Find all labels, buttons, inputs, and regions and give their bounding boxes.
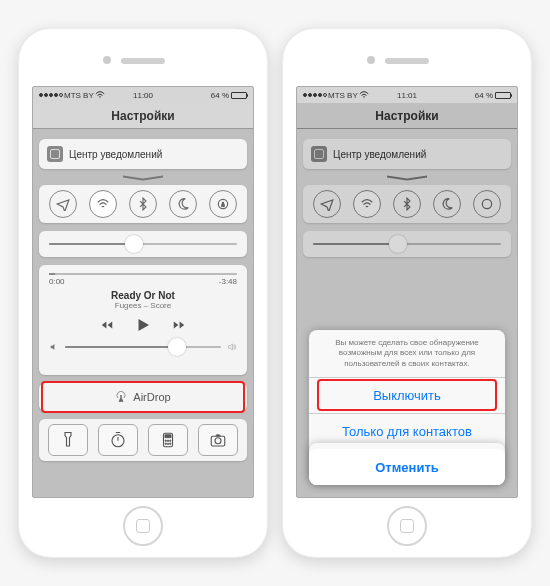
volume-low-icon: [49, 342, 59, 352]
camera-button[interactable]: [198, 424, 238, 456]
toggles-row: [303, 185, 511, 223]
brightness-slider[interactable]: [49, 243, 237, 245]
svg-point-9: [167, 443, 169, 445]
airdrop-icon: [115, 391, 127, 403]
toggles-row: [39, 185, 247, 223]
time-remaining: -3:48: [219, 277, 237, 286]
svg-point-13: [482, 199, 491, 208]
music-panel: 0:00 -3:48 Ready Or Not Fugees – Score: [39, 265, 247, 375]
notification-center-row: Центр уведомлений: [303, 139, 511, 169]
svg-point-6: [167, 440, 169, 442]
screen-right: MTS BY 11:01 64 % Настройки Центр уведом…: [296, 86, 518, 498]
dnd-toggle[interactable]: [169, 190, 197, 218]
time-elapsed: 0:00: [49, 277, 65, 286]
airdrop-button[interactable]: AirDrop: [39, 383, 247, 411]
signal-dots: MTS BY: [39, 91, 105, 100]
carrier-label: MTS BY: [64, 91, 94, 100]
svg-point-7: [170, 440, 172, 442]
svg-point-10: [170, 443, 172, 445]
svg-rect-4: [165, 435, 171, 438]
option-off[interactable]: Выключить: [309, 377, 505, 413]
option-cancel[interactable]: Отменить: [309, 449, 505, 485]
next-button[interactable]: [172, 318, 186, 334]
clock: 11:00: [133, 91, 153, 100]
notification-icon: [311, 146, 327, 162]
scrubber[interactable]: [49, 273, 237, 275]
phone-right: MTS BY 11:01 64 % Настройки Центр уведом…: [282, 28, 532, 558]
home-button[interactable]: [387, 506, 427, 546]
svg-point-12: [215, 438, 221, 444]
flashlight-button[interactable]: [48, 424, 88, 456]
notification-label: Центр уведомлений: [69, 149, 162, 160]
wifi-toggle[interactable]: [89, 190, 117, 218]
track-title: Ready Or Not: [49, 290, 237, 301]
nav-bar: Настройки: [297, 103, 517, 129]
timer-button[interactable]: [98, 424, 138, 456]
track-artist: Fugees – Score: [49, 301, 237, 310]
sheet-description: Вы можете сделать свое обнаружение возмо…: [309, 330, 505, 377]
bluetooth-toggle[interactable]: [129, 190, 157, 218]
screen-left: MTS BY 11:00 64 % Настройки Центр уведом…: [32, 86, 254, 498]
app-shortcuts: [39, 419, 247, 461]
airdrop-label: AirDrop: [133, 391, 170, 403]
nav-title: Настройки: [111, 109, 174, 123]
brightness-row: [303, 231, 511, 257]
volume-high-icon: [227, 342, 237, 352]
notification-icon: [47, 146, 63, 162]
orientation-lock-toggle[interactable]: [209, 190, 237, 218]
home-button[interactable]: [123, 506, 163, 546]
phone-left: MTS BY 11:00 64 % Настройки Центр уведом…: [18, 28, 268, 558]
grabber[interactable]: [123, 177, 163, 183]
status-bar: MTS BY 11:01 64 %: [297, 87, 517, 103]
status-bar: MTS BY 11:00 64 %: [33, 87, 253, 103]
clock: 11:01: [397, 91, 417, 100]
nav-bar: Настройки: [33, 103, 253, 129]
svg-point-8: [165, 443, 167, 445]
notification-center-row[interactable]: Центр уведомлений: [39, 139, 247, 169]
brightness-row[interactable]: [39, 231, 247, 257]
play-button[interactable]: [134, 316, 152, 336]
calculator-button[interactable]: [148, 424, 188, 456]
wifi-icon: [95, 91, 105, 99]
grabber: [387, 177, 427, 183]
svg-point-5: [165, 440, 167, 442]
battery: 64 %: [211, 91, 247, 100]
wifi-icon: [359, 91, 369, 99]
volume-slider[interactable]: [65, 346, 221, 348]
prev-button[interactable]: [100, 318, 114, 334]
airplane-toggle[interactable]: [49, 190, 77, 218]
